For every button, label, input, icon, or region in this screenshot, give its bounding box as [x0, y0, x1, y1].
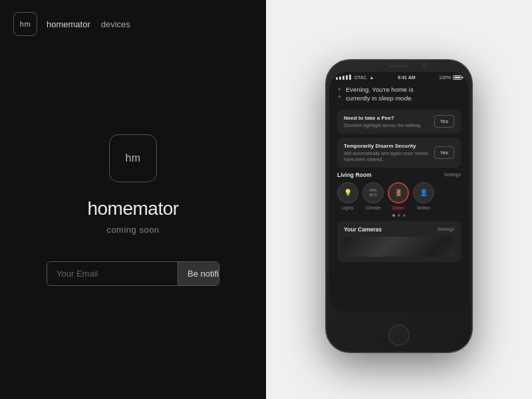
living-room-settings[interactable]: Settings: [444, 172, 461, 177]
yes-button-security[interactable]: Yes: [434, 146, 454, 159]
doors-label: Doors: [392, 205, 404, 210]
action-card-security: Temporarily Disarm Security Will automat…: [337, 138, 461, 168]
climate-label: Climate: [366, 205, 380, 210]
lights-label: Lights: [342, 205, 353, 210]
cameras-settings[interactable]: Settings: [438, 227, 454, 231]
cameras-header: Your Cameras Settings: [344, 226, 454, 233]
action-title-pee: Need to take a Pee?: [344, 115, 434, 121]
cameras-title: Your Cameras: [344, 226, 382, 233]
camera-thumb-inner: [344, 237, 454, 257]
battery-fill: [454, 76, 461, 78]
sparkle-icons: ✦ ✦: [337, 86, 342, 100]
carousel-dots: [337, 214, 461, 217]
coming-soon-label: coming soon: [106, 225, 159, 235]
sparkle-bottom: ✦: [337, 94, 342, 100]
camera-thumbnail: [344, 237, 454, 257]
carrier-label: DTAC: [354, 75, 367, 80]
action-title-security: Temporarily Disarm Security: [344, 143, 434, 149]
battery-icon: [453, 75, 462, 80]
screen-content: ✦ ✦ Evening. You're home is currently in…: [329, 81, 469, 310]
living-room-title: Living Room: [337, 172, 371, 178]
signal-bar-1: [336, 77, 338, 80]
phone-screen: DTAC ▲ 9:41 AM 100% ✦ ✦: [329, 72, 469, 313]
yes-button-pee[interactable]: Yes: [434, 115, 454, 128]
notify-button[interactable]: Be notified: [178, 262, 219, 285]
control-climate[interactable]: 24%32°C Climate: [362, 182, 384, 210]
status-bar-right: 100%: [439, 75, 462, 80]
nav-link-devices[interactable]: devices: [101, 19, 130, 29]
living-room-header: Living Room Settings: [337, 172, 461, 178]
cameras-section: Your Cameras Settings: [337, 221, 461, 262]
wifi-icon: ▲: [370, 75, 374, 80]
email-input[interactable]: [47, 262, 178, 285]
dot-3: [403, 214, 406, 217]
action-text-security: Temporarily Disarm Security Will automat…: [344, 143, 434, 162]
right-panel: DTAC ▲ 9:41 AM 100% ✦ ✦: [266, 0, 532, 399]
action-subtitle-pee: Dimmed nightlight across the hallway.: [344, 122, 434, 128]
dot-1: [392, 214, 395, 217]
action-card-pee: Need to take a Pee? Dimmed nightlight ac…: [337, 110, 461, 134]
doors-circle: 🚪: [388, 182, 409, 203]
control-lights[interactable]: 💡 Lights: [337, 182, 358, 210]
greeting-section: ✦ ✦ Evening. You're home is currently in…: [337, 85, 461, 103]
control-motion[interactable]: 👤 Motion: [413, 182, 434, 210]
sleep-mode-text: sleep mode.: [378, 94, 413, 102]
greeting-text: Evening. You're home is currently in sle…: [346, 85, 414, 103]
signal-bar-3: [342, 76, 344, 80]
sparkle-top: ✦: [337, 86, 342, 92]
app-name: homemator: [87, 198, 178, 219]
climate-circle: 24%32°C: [362, 182, 384, 203]
nav-link-homemator[interactable]: homemator: [47, 19, 90, 29]
battery-percent: 100%: [439, 75, 451, 80]
action-subtitle-security: Will automatically arm again once motion…: [344, 150, 434, 162]
home-button[interactable]: [388, 325, 410, 346]
left-center: hm homemator coming soon Be notified: [0, 48, 266, 399]
lights-circle: 💡: [337, 182, 358, 203]
dot-2: [398, 214, 400, 217]
room-controls: 💡 Lights 24%32°C Climate 🚪 Doors: [337, 182, 461, 210]
nav-links: homemator devices: [47, 19, 130, 29]
top-nav: hm homemator devices: [0, 0, 266, 48]
phone-mockup: DTAC ▲ 9:41 AM 100% ✦ ✦: [326, 60, 472, 352]
email-form: Be notified: [47, 261, 219, 286]
phone-speaker: [389, 65, 409, 67]
status-bar: DTAC ▲ 9:41 AM 100%: [329, 72, 469, 81]
control-doors[interactable]: 🚪 Doors: [388, 182, 409, 210]
signal-bar-4: [346, 75, 348, 80]
status-bar-left: DTAC ▲: [336, 74, 374, 80]
signal-dots: [336, 74, 351, 80]
motion-circle: 👤: [413, 182, 434, 203]
signal-bar-2: [339, 76, 341, 80]
nav-logo[interactable]: hm: [13, 12, 37, 36]
action-text-pee: Need to take a Pee? Dimmed nightlight ac…: [344, 115, 434, 128]
app-icon: hm: [109, 134, 157, 182]
signal-bar-5: [349, 74, 351, 80]
phone-camera: [423, 63, 427, 67]
left-panel: hm homemator devices hm homemator coming…: [0, 0, 266, 399]
status-time: 9:41 AM: [398, 75, 416, 80]
motion-label: Motion: [417, 205, 430, 210]
